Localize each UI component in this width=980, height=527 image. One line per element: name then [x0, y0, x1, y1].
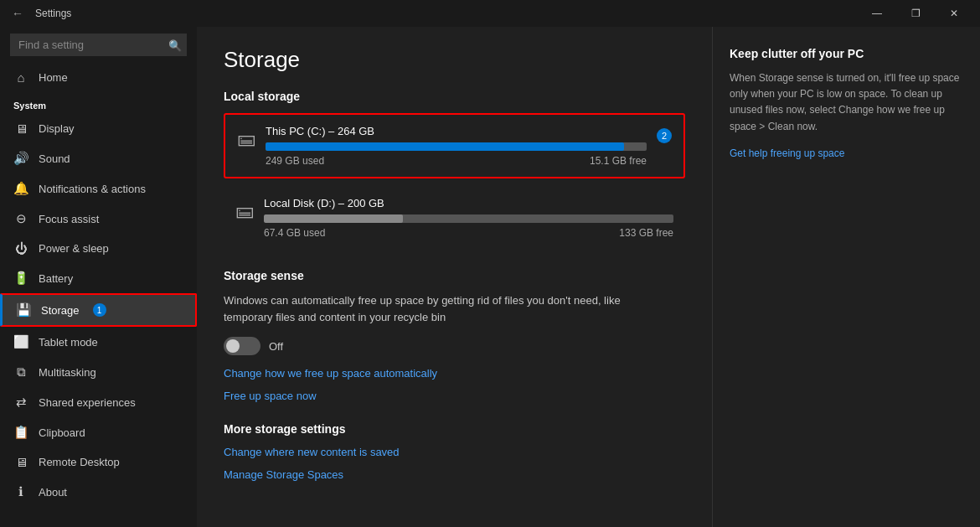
storage-badge: 1	[93, 303, 106, 317]
local-storage-title: Local storage	[224, 90, 685, 103]
sidebar-item-tablet[interactable]: ⬜ Tablet mode	[0, 327, 197, 357]
sidebar-item-display-label: Display	[39, 122, 75, 135]
sidebar-item-about-label: About	[39, 486, 67, 499]
sidebar-item-remote-label: Remote Desktop	[39, 456, 120, 468]
restore-button[interactable]: ❐	[896, 0, 935, 27]
title-bar-title: Settings	[35, 8, 71, 19]
drive-d-fill	[264, 214, 403, 223]
search-container: 🔍	[10, 34, 187, 56]
storage-sense-toggle[interactable]	[224, 337, 260, 355]
minimize-button[interactable]: —	[858, 0, 896, 27]
sidebar-item-power[interactable]: ⏻ Power & sleep	[0, 234, 197, 263]
drive-c-card[interactable]: 🖴 This PC (C:) – 264 GB 249 GB used 15.1…	[224, 113, 685, 178]
sidebar-item-display[interactable]: 🖥 Display	[0, 114, 197, 143]
close-button[interactable]: ✕	[935, 0, 973, 27]
clipboard-icon: 📋	[13, 425, 28, 440]
free-up-space-link[interactable]: Free up space now	[224, 390, 685, 402]
drive-d-card[interactable]: 🖴 Local Disk (D:) – 200 GB 67.4 GB used …	[224, 187, 685, 249]
drive-c-name: This PC (C:) – 264 GB	[266, 125, 647, 137]
remote-icon: 🖥	[13, 455, 28, 469]
storage-sense-desc: Windows can automatically free up space …	[224, 292, 642, 325]
back-button[interactable]: ←	[7, 5, 28, 22]
sound-icon: 🔊	[13, 151, 28, 166]
battery-icon: 🔋	[13, 271, 28, 286]
drive-c-used: 249 GB used	[266, 155, 324, 167]
drive-c-info: This PC (C:) – 264 GB 249 GB used 15.1 G…	[266, 125, 647, 167]
sidebar-item-sound[interactable]: 🔊 Sound	[0, 143, 197, 173]
sidebar-item-sound-label: Sound	[39, 152, 70, 165]
page-title: Storage	[224, 47, 685, 73]
panel-link[interactable]: Get help freeing up space	[730, 147, 844, 159]
drive-c-stats: 249 GB used 15.1 GB free	[266, 155, 647, 167]
sidebar-item-storage-label: Storage	[41, 304, 80, 317]
sidebar-item-shared[interactable]: ⇄ Shared experiences	[0, 387, 197, 417]
sidebar-item-power-label: Power & sleep	[39, 242, 109, 255]
drive-d-icon: 🖴	[235, 200, 254, 222]
toggle-row: Off	[224, 337, 685, 355]
about-icon: ℹ	[13, 484, 28, 499]
drive-c-fill	[266, 142, 624, 151]
title-bar-left: ← Settings	[7, 5, 71, 22]
focus-icon: ⊖	[13, 211, 28, 226]
manage-spaces-link[interactable]: Manage Storage Spaces	[224, 468, 685, 481]
more-settings-section: More storage settings Change where new c…	[224, 422, 685, 481]
sidebar-item-focus-label: Focus assist	[39, 213, 99, 225]
sidebar-item-about[interactable]: ℹ About	[0, 477, 197, 507]
sidebar-item-multitasking[interactable]: ⧉ Multitasking	[0, 357, 197, 387]
power-icon: ⏻	[13, 241, 28, 256]
sidebar-item-notifications[interactable]: 🔔 Notifications & actions	[0, 173, 197, 204]
window-controls: — ❐ ✕	[858, 0, 973, 27]
sidebar-item-clipboard-label: Clipboard	[39, 426, 85, 439]
drive-d-progress	[264, 214, 673, 223]
storage-icon: 💾	[16, 302, 31, 318]
notifications-icon: 🔔	[13, 181, 28, 196]
drive-d-used: 67.4 GB used	[264, 227, 325, 239]
change-how-link[interactable]: Change how we free up space automaticall…	[224, 367, 685, 380]
main-content: Storage Local storage 🖴 This PC (C:) – 2…	[197, 27, 712, 527]
drive-d-stats: 67.4 GB used 133 GB free	[264, 227, 673, 239]
toggle-label: Off	[269, 340, 283, 353]
drive-c-progress	[266, 142, 647, 151]
sidebar-item-notifications-label: Notifications & actions	[39, 183, 146, 195]
shared-icon: ⇄	[13, 395, 28, 410]
search-input[interactable]	[10, 34, 187, 56]
sidebar-item-shared-label: Shared experiences	[39, 396, 136, 409]
right-panel: Keep clutter off your PC When Storage se…	[712, 27, 980, 527]
sidebar-item-clipboard[interactable]: 📋 Clipboard	[0, 417, 197, 447]
sidebar-item-storage[interactable]: 💾 Storage 1	[0, 293, 197, 327]
drive-c-free: 15.1 GB free	[590, 155, 647, 167]
multitasking-icon: ⧉	[13, 364, 28, 380]
drive-d-free: 133 GB free	[619, 227, 673, 239]
drive-c-badge: 2	[657, 128, 672, 143]
display-icon: 🖥	[13, 121, 28, 136]
sidebar: 🔍 ⌂ Home System 🖥 Display 🔊 Sound 🔔 Noti…	[0, 27, 197, 527]
sidebar-item-home-label: Home	[39, 71, 68, 84]
title-bar: ← Settings — ❐ ✕	[0, 0, 980, 27]
sidebar-item-battery[interactable]: 🔋 Battery	[0, 263, 197, 293]
sidebar-item-home[interactable]: ⌂ Home	[0, 63, 197, 92]
sidebar-item-multitasking-label: Multitasking	[39, 366, 96, 379]
panel-title: Keep clutter off your PC	[730, 47, 963, 60]
change-content-link[interactable]: Change where new content is saved	[224, 446, 685, 458]
sidebar-item-tablet-label: Tablet mode	[39, 336, 98, 349]
storage-sense-section: Storage sense Windows can automatically …	[224, 269, 685, 402]
storage-sense-title: Storage sense	[224, 269, 685, 282]
drive-d-info: Local Disk (D:) – 200 GB 67.4 GB used 13…	[264, 197, 673, 239]
search-icon[interactable]: 🔍	[168, 39, 182, 51]
panel-desc: When Storage sense is turned on, it'll f…	[730, 70, 963, 135]
sidebar-item-remote[interactable]: 🖥 Remote Desktop	[0, 447, 197, 477]
home-icon: ⌂	[13, 70, 28, 85]
drive-c-icon: 🖴	[237, 128, 255, 150]
tablet-icon: ⬜	[13, 334, 28, 349]
sidebar-item-focus[interactable]: ⊖ Focus assist	[0, 204, 197, 234]
sidebar-section-system: System	[0, 92, 197, 114]
drive-d-name: Local Disk (D:) – 200 GB	[264, 197, 673, 209]
more-settings-title: More storage settings	[224, 422, 685, 436]
sidebar-item-battery-label: Battery	[39, 272, 73, 285]
app-body: 🔍 ⌂ Home System 🖥 Display 🔊 Sound 🔔 Noti…	[0, 27, 980, 527]
